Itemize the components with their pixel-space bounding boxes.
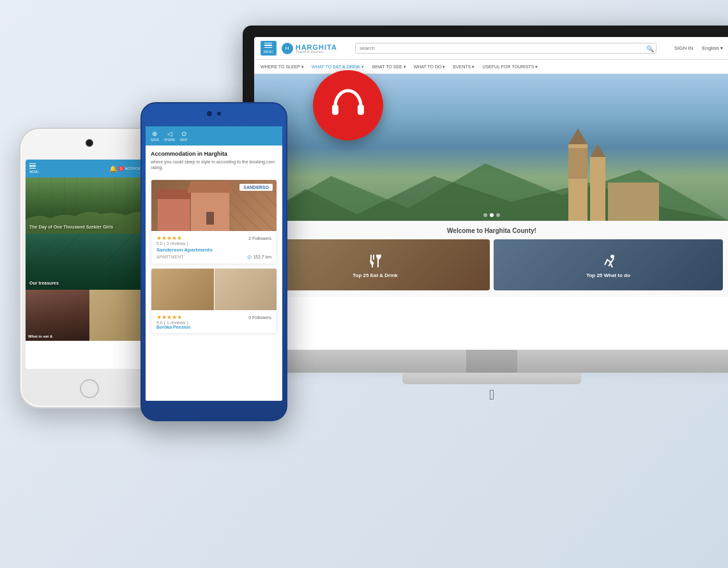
listing1-followers: 2 Followers — [248, 236, 271, 241]
home-button[interactable] — [80, 379, 99, 398]
listing2-img-left — [151, 269, 214, 310]
nav-where-to-sleep[interactable]: WHERE TO SLEEP ▾ — [261, 64, 304, 70]
site-nav: WHERE TO SLEEP ▾ WHAT TO EAT & DRINK ▾ W… — [254, 60, 728, 74]
save-action[interactable]: ⊕ SAVE — [151, 130, 159, 142]
headphones-badge — [313, 70, 383, 140]
what-to-do-card[interactable]: Top 25 What to do — [494, 239, 723, 290]
imac-stand — [243, 350, 728, 373]
site-header: MENU H HARGHITA Travel & tourism 🔍 SIGN … — [254, 37, 728, 60]
svg-rect-3 — [373, 255, 374, 260]
share-action[interactable]: ◁ SHARE — [164, 130, 175, 142]
blue-phone-body: ⊕ SAVE ◁ SHARE ⊙ MAP Accommodation in Ha… — [140, 102, 287, 421]
hero-dot-2[interactable] — [490, 213, 494, 217]
listing1-image: SANDERSO — [151, 180, 277, 231]
menu-line — [264, 47, 272, 49]
menu-line — [29, 168, 36, 169]
map-icon: ⊙ — [181, 130, 186, 137]
white-phone-screen: MENU 🔔 3 NOTIFICATIONS The Day of One Th… — [26, 160, 153, 369]
camera-dot — [207, 111, 212, 116]
headphones-icon — [329, 88, 367, 123]
location-icon: ◎ — [247, 254, 252, 260]
listing2-info: ★★★★★ 0 Followers 5.0 ( 1 reviews ) Boró… — [151, 310, 277, 333]
site-logo: H HARGHITA Travel & tourism — [282, 43, 337, 54]
phone-card-1[interactable]: The Day of One Thousand Szekler Girls — [26, 177, 153, 234]
listing-card-1[interactable]: SANDERSO ★★★★★ 2 Followers 5.0 ( 2 revie… — [151, 179, 277, 264]
white-phone-header: MENU 🔔 3 NOTIFICATIONS — [26, 160, 153, 177]
listing2-images — [151, 269, 277, 310]
search-input[interactable] — [355, 43, 656, 54]
church-towers — [568, 144, 665, 221]
phone-card-bg-2: Our treasures — [26, 234, 153, 290]
white-phone-camera — [86, 139, 93, 147]
sanderso-logo: SANDERSO — [239, 184, 273, 191]
blue-phone-header: ⊕ SAVE ◁ SHARE ⊙ MAP — [146, 126, 282, 146]
listing-card-2[interactable]: ★★★★★ 0 Followers 5.0 ( 1 reviews ) Boró… — [151, 268, 277, 334]
share-label: SHARE — [164, 138, 175, 142]
listing1-distance: ◎ 152.7 km — [247, 254, 271, 260]
phone-card-2[interactable]: Our treasures — [26, 234, 153, 290]
menu-line — [29, 163, 36, 165]
listing2-img-right — [215, 269, 277, 310]
card-overlay-2: Our treasures — [26, 234, 153, 290]
save-label: SAVE — [151, 138, 159, 142]
listing2-followers: 0 Followers — [248, 315, 271, 320]
white-phone: MENU 🔔 3 NOTIFICATIONS The Day of One Th… — [19, 128, 160, 408]
welcome-title: Welcome to Harghita County! — [261, 227, 723, 234]
svg-rect-7 — [358, 105, 364, 115]
map-action[interactable]: ⊙ MAP — [180, 130, 187, 142]
listing1-reviews: 5.0 ( 2 reviews ) — [156, 241, 271, 246]
white-phone-body: MENU 🔔 3 NOTIFICATIONS The Day of One Th… — [19, 128, 160, 408]
nav-what-to-see[interactable]: WHAT TO SEE ▾ — [372, 64, 406, 70]
card3-title: What to eat & — [28, 334, 52, 338]
notification-badge: 3 — [118, 166, 124, 171]
nav-what-to-eat[interactable]: WHAT TO EAT & DRINK ▾ — [312, 64, 365, 70]
svg-rect-6 — [332, 105, 338, 115]
menu-line — [264, 45, 272, 46]
imac-display: MENU H HARGHITA Travel & tourism 🔍 SIGN … — [243, 26, 728, 403]
card3-left: What to eat & — [26, 290, 89, 341]
sign-in-link[interactable]: SIGN IN — [674, 45, 694, 51]
search-icon: 🔍 — [646, 45, 654, 52]
what-to-do-overlay: Top 25 What to do — [494, 239, 723, 290]
site-welcome-section: Welcome to Harghita County! — [254, 221, 728, 297]
logo-icon: H — [282, 43, 293, 54]
crowd-svg — [26, 206, 153, 234]
eat-drink-overlay: Top 25 Eat & Drink — [261, 239, 490, 290]
save-icon: ⊕ — [152, 130, 157, 137]
nav-useful[interactable]: USEFUL FOR TOURISTS ▾ — [482, 64, 538, 70]
nav-what-to-do[interactable]: WHAT TO DO ▾ — [414, 64, 446, 70]
phone-card-bg-1: The Day of One Thousand Szekler Girls — [26, 177, 153, 234]
listing2-name: Boróka Pension — [156, 325, 271, 329]
site-menu-button[interactable]: MENU — [261, 41, 277, 56]
site-search[interactable]: 🔍 — [355, 43, 656, 54]
nav-events[interactable]: EVENTS ▾ — [453, 64, 474, 70]
listing2-rating-row: ★★★★★ 0 Followers — [156, 314, 271, 320]
hero-dots — [483, 213, 500, 217]
listing1-info: ★★★★★ 2 Followers 5.0 ( 2 reviews ) Sand… — [151, 231, 277, 264]
card2-title: Our treasures — [29, 280, 59, 286]
what-to-do-icon — [600, 252, 618, 270]
bell-icon: 🔔 — [109, 165, 117, 172]
blue-phone-notch — [207, 111, 221, 116]
apple-logo:  — [243, 387, 728, 403]
menu-line — [29, 165, 36, 167]
sensor-dot — [217, 112, 221, 116]
listing1-stars: ★★★★★ — [156, 235, 182, 241]
map-label: MAP — [180, 138, 187, 142]
listing1-type: APARTMENT ◎ 152.7 km — [156, 254, 271, 260]
eat-drink-card[interactable]: Top 25 Eat & Drink — [261, 239, 490, 290]
menu-line — [264, 43, 272, 44]
accommodation-subtitle: where you could sleep in style in accord… — [151, 159, 277, 170]
phone-card-3[interactable]: What to eat & — [26, 290, 153, 341]
hero-dot-1[interactable] — [483, 213, 487, 217]
hamburger-icon — [29, 163, 39, 169]
listing1-name: Sanderson Apartments — [156, 247, 271, 253]
eat-drink-icon — [367, 252, 384, 270]
white-phone-menu[interactable]: MENU — [29, 163, 39, 174]
menu-label: MENU — [29, 170, 39, 174]
language-selector[interactable]: English ▾ — [702, 45, 723, 51]
house-illustration — [158, 193, 229, 231]
hero-dot-3[interactable] — [496, 213, 500, 217]
blue-phone-actions: ⊕ SAVE ◁ SHARE ⊙ MAP — [151, 130, 187, 142]
listing2-stars: ★★★★★ — [156, 314, 182, 320]
